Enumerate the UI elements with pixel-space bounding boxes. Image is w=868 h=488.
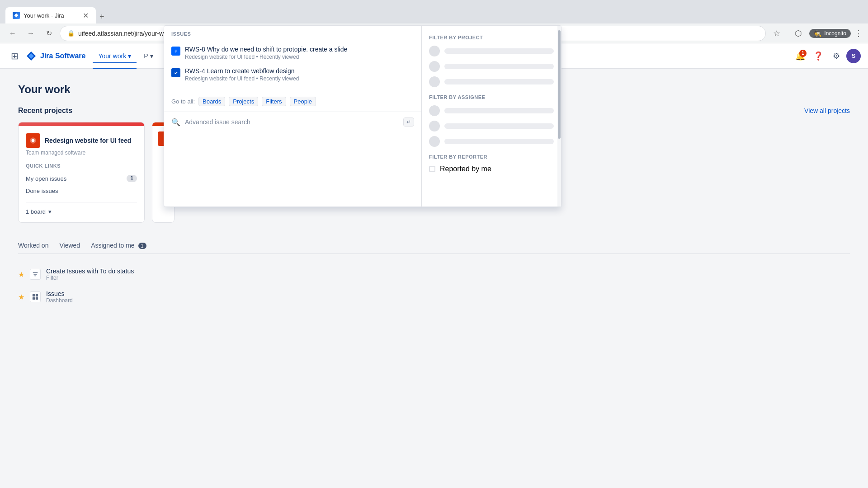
project-type-1: Team-managed software bbox=[26, 150, 137, 156]
svg-rect-3 bbox=[33, 294, 35, 296]
forward-btn[interactable]: → bbox=[24, 26, 38, 41]
active-underline bbox=[93, 68, 137, 69]
filter-project-bar-1 bbox=[444, 48, 554, 54]
dropdown-content: ISSUES RWS-8 Why do we need to shift to … bbox=[164, 26, 561, 206]
filter-assignee-item-3[interactable] bbox=[429, 136, 554, 147]
advanced-search-label: Advanced issue search bbox=[185, 118, 399, 126]
filter-project-item-1[interactable] bbox=[429, 46, 554, 56]
dropdown-right: FILTER BY PROJECT bbox=[422, 26, 561, 206]
notifications-btn[interactable]: 🔔 1 bbox=[792, 48, 808, 64]
browser-menu-btn[interactable]: ⋮ bbox=[854, 28, 863, 38]
project-card-header-1 bbox=[19, 122, 144, 126]
refresh-btn[interactable]: ↻ bbox=[42, 26, 56, 41]
app-name: Jira Software bbox=[40, 52, 85, 60]
search-dropdown: ISSUES RWS-8 Why do we need to shift to … bbox=[164, 25, 561, 207]
issue-task-icon bbox=[171, 68, 180, 77]
scrollbar-thumb bbox=[558, 30, 561, 139]
issue-story-icon bbox=[171, 47, 180, 56]
settings-btn[interactable]: ⚙ bbox=[828, 48, 844, 64]
favicon bbox=[13, 12, 20, 19]
work-item-2-title: Issues bbox=[46, 290, 73, 297]
issue-item-2[interactable]: RWS-4 Learn to create webflow design Red… bbox=[171, 64, 414, 85]
goto-section: Go to all: Boards Projects Filters Peopl… bbox=[164, 91, 421, 112]
work-item-1-text: Create Issues with To do status Filter bbox=[46, 267, 134, 281]
tab-close-btn[interactable]: ✕ bbox=[83, 11, 89, 20]
filter-assignee-avatar-1 bbox=[429, 105, 440, 116]
issue-1-meta: Redesign website for UI feed • Recently … bbox=[185, 54, 347, 60]
quick-links-label: QUICK LINKS bbox=[26, 163, 137, 169]
issues-label: ISSUES bbox=[171, 31, 414, 37]
project-card-1: Redesign website for UI feed Team-manage… bbox=[18, 122, 145, 223]
bookmark-btn[interactable]: ☆ bbox=[769, 26, 784, 41]
recent-projects-title: Recent projects bbox=[18, 107, 72, 115]
advanced-search[interactable]: 🔍 Advanced issue search ↵ bbox=[164, 112, 421, 132]
board-link[interactable]: 1 board ▾ bbox=[26, 202, 137, 215]
enter-key-icon: ↵ bbox=[403, 117, 414, 127]
goto-filters-link[interactable]: Filters bbox=[262, 97, 286, 106]
filter-project-item-2[interactable] bbox=[429, 61, 554, 72]
tab-viewed[interactable]: Viewed bbox=[59, 237, 80, 253]
issue-1-text: RWS-8 Why do we need to shift to protopi… bbox=[185, 46, 347, 60]
filter-assignee-avatar-2 bbox=[429, 121, 440, 131]
app-logo[interactable]: Jira Software bbox=[26, 51, 85, 61]
open-issues-badge: 1 bbox=[127, 175, 137, 182]
goto-projects-link[interactable]: Projects bbox=[229, 97, 258, 106]
goto-people-link[interactable]: People bbox=[290, 97, 316, 106]
app-grid-btn[interactable]: ⊞ bbox=[7, 47, 22, 65]
filter-project-bar-2 bbox=[444, 64, 554, 69]
work-item-1-subtitle: Filter bbox=[46, 275, 134, 281]
nav-right: ⬡ 🕵 Incognito ⋮ bbox=[791, 26, 863, 41]
tab-assigned-to-me[interactable]: Assigned to me 1 bbox=[91, 237, 146, 253]
filter-assignee-item-2[interactable] bbox=[429, 121, 554, 131]
work-item-2-text: Issues Dashboard bbox=[46, 290, 73, 304]
tab-title: Your work - Jira bbox=[24, 12, 64, 19]
filter-project-item-3[interactable] bbox=[429, 76, 554, 87]
filter-assignee-bar-3 bbox=[444, 139, 554, 144]
work-item-2: ★ Issues Dashboard bbox=[18, 286, 850, 308]
incognito-badge: 🕵 Incognito bbox=[809, 29, 851, 38]
filter-by-project-section: FILTER BY PROJECT bbox=[429, 35, 554, 87]
issue-2-meta: Redesign website for UI feed • Recently … bbox=[185, 75, 299, 82]
avatar-btn[interactable]: S bbox=[846, 49, 861, 63]
jira-logo-icon bbox=[26, 51, 37, 61]
filter-icon-1 bbox=[30, 269, 41, 280]
scrollbar-track[interactable] bbox=[557, 26, 561, 206]
active-tab[interactable]: Your work - Jira ✕ bbox=[5, 7, 96, 23]
svg-rect-5 bbox=[33, 297, 35, 300]
filter-project-avatar-1 bbox=[429, 46, 440, 56]
tabs-row: Worked on Viewed Assigned to me 1 bbox=[18, 237, 850, 254]
filter-assignee-item-1[interactable] bbox=[429, 105, 554, 116]
browser-tabs: Your work - Jira ✕ + bbox=[5, 0, 106, 23]
cast-btn[interactable]: ⬡ bbox=[791, 26, 806, 41]
incognito-icon: 🕵 bbox=[814, 30, 821, 37]
filter-project-bar-3 bbox=[444, 79, 554, 84]
goto-boards-link[interactable]: Boards bbox=[198, 97, 225, 106]
filter-project-title: FILTER BY PROJECT bbox=[429, 35, 554, 40]
filter-by-assignee-section: FILTER BY ASSIGNEE bbox=[429, 94, 554, 147]
back-btn[interactable]: ← bbox=[5, 26, 20, 41]
issues-section: ISSUES RWS-8 Why do we need to shift to … bbox=[164, 26, 421, 91]
reported-by-me-checkbox-item[interactable]: Reported by me bbox=[429, 165, 554, 173]
dropdown-left: ISSUES RWS-8 Why do we need to shift to … bbox=[164, 26, 422, 206]
project-card-body-1: Redesign website for UI feed Team-manage… bbox=[19, 126, 144, 222]
filter-assignee-bar-2 bbox=[444, 123, 554, 129]
filter-by-reporter-section: FILTER BY REPORTER Reported by me bbox=[429, 154, 554, 173]
your-work-nav-btn[interactable]: Your work ▾ bbox=[93, 49, 137, 63]
star-icon-2[interactable]: ★ bbox=[18, 293, 24, 301]
reported-by-me-label: Reported by me bbox=[440, 165, 491, 173]
done-issues-link[interactable]: Done issues bbox=[26, 185, 137, 197]
help-btn[interactable]: ❓ bbox=[810, 48, 826, 64]
tab-worked-on[interactable]: Worked on bbox=[18, 237, 48, 253]
nav-items: Your work ▾ P ▾ bbox=[93, 49, 158, 63]
filter-reporter-title: FILTER BY REPORTER bbox=[429, 154, 554, 160]
reported-by-me-checkbox[interactable] bbox=[429, 166, 435, 172]
projects-nav-btn[interactable]: P ▾ bbox=[138, 49, 158, 63]
my-open-issues-link[interactable]: My open issues 1 bbox=[26, 172, 137, 185]
issue-item-1[interactable]: RWS-8 Why do we need to shift to protopi… bbox=[171, 42, 414, 64]
project-title-row: Redesign website for UI feed bbox=[26, 133, 137, 148]
view-all-projects-link[interactable]: View all projects bbox=[804, 107, 850, 114]
project-name-1[interactable]: Redesign website for UI feed bbox=[45, 137, 131, 144]
star-icon-1[interactable]: ★ bbox=[18, 270, 24, 279]
browser-chrome: Your work - Jira ✕ + bbox=[0, 0, 868, 23]
new-tab-btn[interactable]: + bbox=[98, 10, 106, 23]
